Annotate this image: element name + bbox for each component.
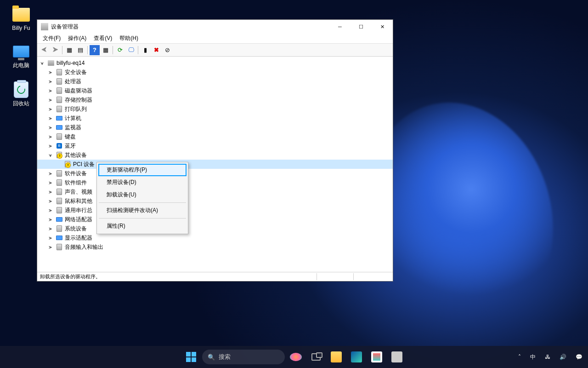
forward-button[interactable]: ⮞ [50, 45, 60, 55]
status-text: 卸载所选设备的驱动程序。 [40, 273, 317, 280]
tree-category-node[interactable]: 声音、视频 [37, 187, 393, 196]
context-menu: 更新驱动程序(P)禁用设备(D)卸载设备(U)扫描检测硬件改动(A)属性(R) [96, 162, 188, 234]
toolbar-separator [62, 46, 62, 54]
search-placeholder: 搜索 [219, 353, 231, 361]
tree-category-node[interactable]: 键盘 [37, 132, 393, 141]
tree-category-node[interactable]: B蓝牙 [37, 141, 393, 150]
device-manager-window: 设备管理器 ─ ☐ ✕ 文件(F) 操作(A) 查看(V) 帮助(H) ⮜ ⮞ … [37, 19, 393, 282]
task-view-icon [311, 353, 321, 361]
ime-indicator[interactable]: 中 [527, 351, 538, 363]
uninstall-device-button[interactable]: ✖ [151, 45, 161, 55]
back-button[interactable]: ⮜ [39, 45, 49, 55]
tree-category-node[interactable]: 软件组件 [37, 178, 393, 187]
tree-category-node[interactable]: 存储控制器 [37, 95, 393, 104]
taskbar-center: 🔍 搜索 [182, 348, 406, 366]
desktop-icon-this-pc[interactable]: 此电脑 [4, 40, 39, 71]
menubar: 文件(F) 操作(A) 查看(V) 帮助(H) [37, 34, 393, 44]
tree-device-node[interactable]: PCI 设备 [37, 160, 393, 169]
disable-device-button[interactable]: ⊘ [162, 45, 172, 55]
help-button[interactable]: ? [90, 45, 100, 55]
context-menu-item[interactable]: 禁用设备(D) [98, 176, 187, 189]
device-tree[interactable]: billyfu-eq14安全设备处理器磁盘驱动器存储控制器打印队列计算机监视器键… [37, 57, 393, 272]
tree-root-node[interactable]: billyfu-eq14 [37, 58, 393, 68]
toolbar-separator [138, 46, 138, 54]
context-menu-item[interactable]: 属性(R) [98, 220, 187, 232]
desktop-icon-user-folder[interactable]: Billy Fu [4, 4, 39, 33]
windows-icon [186, 352, 196, 362]
scan-hardware-button[interactable]: 🖵 [126, 45, 136, 55]
titlebar[interactable]: 设备管理器 ─ ☐ ✕ [37, 20, 393, 34]
tree-category-node[interactable]: 监视器 [37, 123, 393, 132]
pinned-app-button[interactable] [388, 348, 406, 366]
recycle-bin-icon [12, 80, 30, 99]
edge-icon [351, 351, 362, 362]
system-tray: ˄ 中 🖧 🔊 💬 [515, 351, 585, 363]
network-icon[interactable]: 🖧 [542, 352, 553, 362]
tree-category-node[interactable]: 音频输入和输出 [37, 242, 393, 252]
context-menu-item[interactable]: 更新驱动程序(P) [98, 164, 187, 176]
properties-button[interactable]: ▤ [75, 45, 85, 55]
context-menu-separator [99, 218, 186, 218]
context-menu-item[interactable]: 扫描检测硬件改动(A) [98, 204, 187, 217]
toolbar-button[interactable]: ▦ [101, 45, 111, 55]
volume-icon[interactable]: 🔊 [557, 352, 569, 362]
file-explorer-button[interactable] [327, 348, 345, 366]
store-icon [371, 351, 382, 362]
edge-button[interactable] [347, 348, 366, 366]
tree-category-node[interactable]: 其他设备 [37, 150, 393, 160]
tree-category-node[interactable]: 鼠标和其他 [37, 196, 393, 206]
store-button[interactable] [368, 348, 386, 366]
search-box[interactable]: 🔍 搜索 [202, 350, 285, 364]
notifications-button[interactable]: 💬 [573, 352, 585, 362]
desktop-icon-area: Billy Fu 此电脑 回收站 [4, 4, 39, 117]
tray-overflow-button[interactable]: ˄ [515, 352, 524, 362]
toolbar-separator [113, 46, 113, 54]
status-cell [353, 273, 390, 280]
show-hidden-button[interactable]: ▦ [64, 45, 74, 55]
tree-category-node[interactable]: 处理器 [37, 77, 393, 86]
device-manager-icon [41, 23, 48, 30]
pc-icon [12, 42, 30, 61]
update-driver-button[interactable]: ⟳ [115, 45, 125, 55]
window-title: 设备管理器 [51, 23, 329, 31]
tree-category-node[interactable]: 计算机 [37, 114, 393, 123]
toolbar-separator [87, 46, 88, 54]
statusbar: 卸载所选设备的驱动程序。 [37, 272, 393, 281]
tree-category-node[interactable]: 网络适配器 [37, 215, 393, 224]
tree-category-node[interactable]: 通用串行总 [37, 206, 393, 215]
folder-icon [12, 6, 30, 24]
search-icon: 🔍 [208, 354, 215, 361]
desktop-icon-label: 此电脑 [13, 62, 29, 69]
context-menu-item[interactable]: 卸载设备(U) [98, 189, 187, 201]
menu-help[interactable]: 帮助(H) [116, 34, 142, 43]
close-button[interactable]: ✕ [372, 20, 393, 34]
tree-category-node[interactable]: 系统设备 [37, 224, 393, 233]
desktop-icon-label: 回收站 [13, 100, 29, 108]
enable-device-button[interactable]: ▮ [140, 45, 150, 55]
tree-category-node[interactable]: 软件设备 [37, 169, 393, 178]
menu-file[interactable]: 文件(F) [39, 34, 64, 43]
start-button[interactable] [182, 348, 200, 366]
desktop-icon-recycle-bin[interactable]: 回收站 [4, 79, 39, 109]
menu-action[interactable]: 操作(A) [64, 34, 90, 43]
task-view-button[interactable] [307, 348, 325, 366]
tree-category-node[interactable]: 显示适配器 [37, 233, 393, 242]
tree-category-node[interactable]: 磁盘驱动器 [37, 86, 393, 95]
status-cell [317, 273, 353, 280]
menu-view[interactable]: 查看(V) [90, 34, 116, 43]
app-icon [391, 351, 402, 362]
tree-category-node[interactable]: 安全设备 [37, 68, 393, 77]
widgets-icon [290, 353, 302, 361]
taskbar: 🔍 搜索 ˄ 中 🖧 🔊 💬 [0, 346, 588, 368]
file-explorer-icon [331, 351, 342, 362]
tree-category-node[interactable]: 打印队列 [37, 104, 393, 114]
minimize-button[interactable]: ─ [329, 20, 351, 34]
widgets-button[interactable] [287, 348, 305, 366]
maximize-button[interactable]: ☐ [351, 20, 372, 34]
context-menu-separator [99, 202, 186, 203]
desktop-icon-label: Billy Fu [12, 25, 30, 31]
toolbar: ⮜ ⮞ ▦ ▤ ? ▦ ⟳ 🖵 ▮ ✖ ⊘ [37, 44, 393, 57]
